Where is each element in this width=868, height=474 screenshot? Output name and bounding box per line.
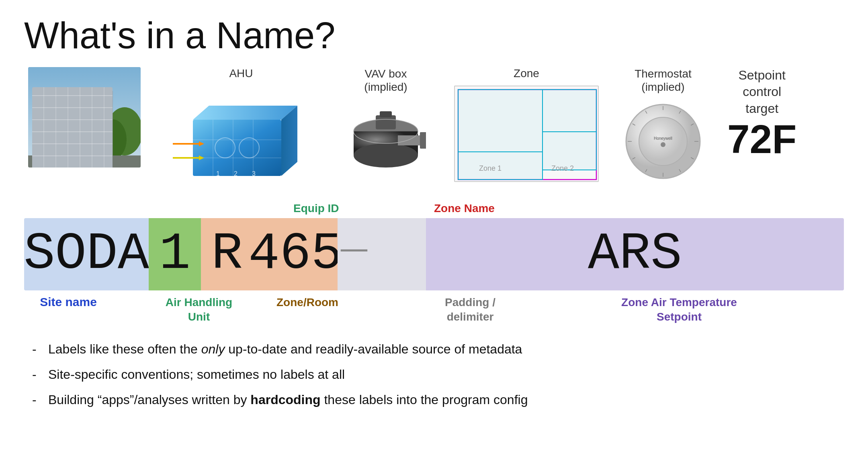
setpoint-label: Setpointcontroltarget [738,67,785,117]
svg-text:1: 1 [216,170,220,177]
svg-rect-48 [542,90,596,132]
svg-text:Zone 1: Zone 1 [479,164,502,172]
svg-marker-22 [193,106,297,120]
page-title: What's in a Name? [24,16,844,55]
padding-below-label: Padding /delimiter [426,295,514,325]
vav-block: VAV box(implied) [338,67,434,182]
svg-point-66 [639,117,687,165]
svg-rect-3 [36,91,113,168]
svg-rect-42 [420,132,426,149]
name-bar: SODA 1 R 465 _ _ ARS [24,218,844,290]
svg-rect-21 [193,120,281,176]
svg-text:Zone 2: Zone 2 [551,164,574,172]
svg-rect-11 [74,110,86,119]
zone-block: Zone Zone 1 Zone 2 [454,67,599,182]
svg-rect-44 [380,111,392,117]
building-image [28,67,141,168]
svg-rect-7 [74,97,86,106]
svg-rect-16 [90,124,102,133]
bullet-3: - Building “apps”/analyses written by ha… [32,391,844,409]
svg-rect-12 [90,110,102,119]
svg-rect-5 [42,97,54,106]
zone-name-label: Zone Name [434,202,495,215]
svg-rect-13 [42,124,54,133]
top-row: AHU [24,67,844,186]
bullets-section: - Labels like these often the only up-to… [24,340,844,409]
site-below-label: Site name [24,295,113,309]
bullet-text-2: Site-specific conventions; sometimes no … [48,366,844,384]
svg-rect-43 [376,115,396,129]
site-segment: SODA [24,218,149,290]
svg-point-68 [661,142,665,147]
ahu-segment: 1 [149,218,201,290]
zone-label: Zone [514,67,539,80]
svg-rect-20 [28,155,141,168]
vav-label: VAV box(implied) [364,67,407,94]
svg-rect-41 [398,135,422,145]
svg-rect-17 [37,106,113,108]
svg-text:2: 2 [234,170,237,177]
bullet-1: - Labels like these often the only up-to… [32,340,844,358]
building-block [28,67,141,168]
setpoint-value: 72F [727,117,796,161]
svg-point-40 [354,143,418,168]
svg-rect-4 [36,91,113,168]
setpoint-segment: ARS [426,218,844,290]
bullet-text-3: Building “apps”/analyses written by hard… [48,391,844,409]
bullet-dash-2: - [32,366,48,384]
room-segment: 465 [253,218,338,290]
svg-rect-8 [90,97,102,106]
zone-below-label: Zone/Room [253,295,362,310]
setpoint-block: Setpointcontroltarget 72F [719,67,796,161]
ahu-below-label: Air HandlingUnit [145,295,253,325]
below-labels: Site name Air HandlingUnit Zone/Room Pad… [24,295,844,325]
name-bar-section: Equip ID Zone Name SODA 1 R 465 _ _ ARS … [24,202,844,325]
svg-rect-6 [58,97,70,106]
svg-rect-19 [37,133,113,135]
ahu-block: AHU [165,67,317,186]
svg-rect-9 [42,110,54,119]
padding-segment: _ _ [338,218,426,290]
thermostat-block: Thermostat(implied) [619,67,707,186]
bullet-text-1: Labels like these often the only up-to-d… [48,340,844,358]
thermostat-label: Thermostat(implied) [635,67,692,94]
svg-text:3: 3 [252,170,256,177]
svg-rect-14 [58,124,70,133]
bullet-dash-3: - [32,391,48,409]
svg-rect-10 [58,110,70,119]
thermostat-image: Honeywell [619,97,707,186]
svg-text:Honeywell: Honeywell [654,136,672,141]
svg-rect-15 [74,124,86,133]
equip-id-label: Equip ID [293,202,339,215]
ahu-label: AHU [229,67,253,80]
zone-segment: R [201,218,253,290]
bullet-2: - Site-specific conventions; sometimes n… [32,366,844,384]
setpoint-below-label: Zone Air TemperatureSetpoint [514,295,844,325]
svg-rect-18 [37,119,113,122]
svg-rect-47 [458,90,542,152]
bullet-dash-1: - [32,340,48,358]
